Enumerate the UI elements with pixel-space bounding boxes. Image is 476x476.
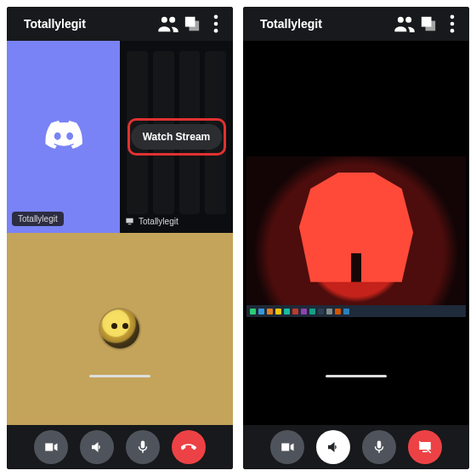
svg-point-4 [450, 22, 455, 26]
taskbar-item [250, 309, 256, 314]
camera-button[interactable] [270, 430, 304, 464]
members-icon[interactable] [393, 12, 416, 36]
leave-call-icon [181, 439, 196, 455]
taskbar-item [258, 309, 264, 314]
taskbar-item [343, 309, 349, 314]
stream-name-chip: Totallylegit [125, 217, 178, 226]
channel-title: Totallylegit [260, 17, 393, 31]
taskbar-item [326, 309, 332, 314]
camera-button[interactable] [34, 430, 68, 464]
camera-icon [280, 439, 295, 455]
svg-point-2 [214, 29, 218, 33]
popout-icon[interactable] [180, 12, 204, 36]
stream-body[interactable] [243, 41, 469, 425]
taskbar-item [267, 309, 273, 314]
mic-icon [135, 439, 150, 455]
participant-name-chip: Totallylegit [12, 212, 64, 226]
members-icon[interactable] [156, 12, 180, 36]
svg-point-3 [450, 15, 455, 20]
participant-tile-self[interactable]: Totallylegit [7, 41, 120, 233]
taskbar-item [275, 309, 281, 314]
watch-stream-button[interactable]: Watch Stream [131, 124, 223, 150]
screen-share-icon [125, 217, 134, 226]
mic-icon [371, 439, 387, 455]
participant-tile-stream[interactable]: Watch Stream Totallylegit [120, 41, 233, 233]
discord-logo [45, 116, 82, 157]
stream-scene [299, 173, 413, 282]
svg-point-0 [214, 15, 218, 20]
popout-icon[interactable] [416, 12, 440, 36]
leave-call-button[interactable] [172, 430, 206, 464]
svg-point-1 [214, 22, 218, 26]
call-header: Totallylegit [7, 7, 233, 41]
speaker-button[interactable] [80, 430, 114, 464]
phone-left: Totallylegit Totallylegit Watch Stream [7, 7, 233, 469]
taskbar-item [335, 309, 341, 314]
call-body: Totallylegit Watch Stream Totallylegit [7, 41, 233, 425]
call-header: Totallylegit [243, 7, 469, 41]
phone-right: Totallylegit [243, 7, 469, 469]
home-indicator [326, 375, 387, 377]
participant-tile-other[interactable] [7, 233, 233, 425]
stream-name-label: Totallylegit [139, 217, 178, 226]
taskbar-item [292, 309, 298, 314]
taskbar-item [301, 309, 307, 314]
mic-button[interactable] [362, 430, 396, 464]
speaker-icon [326, 439, 341, 455]
avatar [100, 309, 139, 348]
speaker-icon [89, 439, 105, 455]
stop-stream-icon [417, 439, 433, 455]
more-icon[interactable] [440, 12, 464, 36]
stream-video [246, 156, 466, 318]
home-indicator [89, 375, 150, 377]
stop-stream-button[interactable] [408, 430, 442, 464]
call-controls [7, 425, 233, 469]
channel-title: Totallylegit [24, 17, 156, 31]
svg-point-5 [450, 29, 455, 33]
camera-icon [43, 439, 59, 455]
taskbar-item [309, 309, 315, 314]
call-controls [243, 425, 469, 469]
taskbar-item [318, 309, 324, 314]
more-icon[interactable] [204, 12, 228, 36]
speaker-button-active[interactable] [316, 430, 350, 464]
mic-button[interactable] [126, 430, 160, 464]
remote-taskbar [246, 305, 466, 317]
taskbar-item [284, 309, 290, 314]
